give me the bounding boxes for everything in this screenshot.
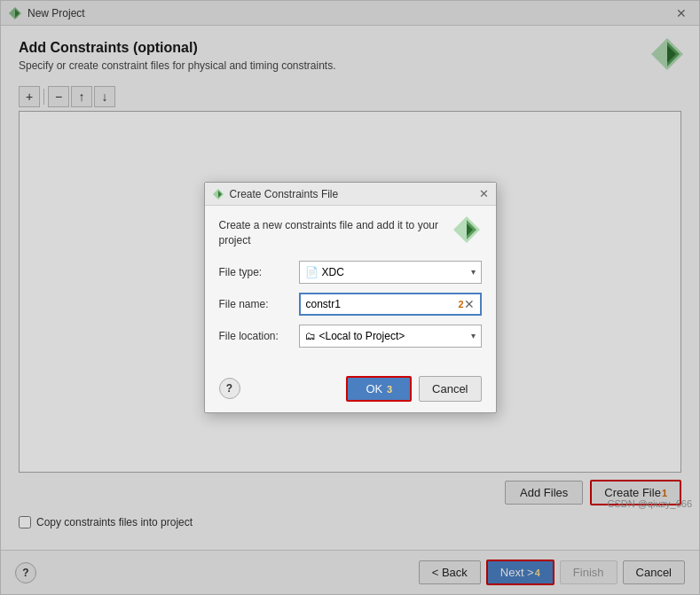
modal-close-button[interactable]: ✕	[479, 187, 489, 200]
modal-ok-badge: 3	[387, 384, 392, 395]
file-location-label: File location:	[219, 330, 299, 342]
modal-description: Create a new constraints file and add it…	[219, 218, 482, 248]
modal-cancel-button[interactable]: Cancel	[419, 376, 481, 402]
file-name-label: File name:	[219, 298, 299, 310]
modal-body: Create a new constraints file and add it…	[205, 206, 496, 369]
file-type-value: XDC	[322, 266, 344, 278]
file-type-row: File type: 📄 XDC ▾	[219, 261, 482, 284]
modal-title: Create Constraints File	[230, 188, 339, 200]
modal-overlay: Create Constraints File ✕ Create a new c…	[1, 1, 699, 594]
file-name-input[interactable]	[306, 298, 458, 310]
file-icon: 📄	[305, 266, 319, 278]
file-name-input-wrapper: 2 ✕	[299, 293, 482, 316]
main-window: New Project ✕ Add Constraints (optional)…	[0, 0, 700, 595]
file-location-value: <Local to Project>	[319, 330, 405, 342]
file-type-label: File type:	[219, 266, 299, 278]
create-constraints-dialog: Create Constraints File ✕ Create a new c…	[204, 182, 497, 413]
file-type-chevron: ▾	[471, 267, 476, 277]
file-location-select[interactable]: 🗂 <Local to Project> ▾	[299, 325, 482, 348]
modal-vivado-logo	[452, 215, 482, 247]
file-type-select[interactable]: 📄 XDC ▾	[299, 261, 482, 284]
modal-footer-right: OK 3 Cancel	[346, 376, 481, 402]
modal-title-left: Create Constraints File	[212, 188, 339, 200]
file-location-row: File location: 🗂 <Local to Project> ▾	[219, 325, 482, 348]
modal-footer: ? OK 3 Cancel	[205, 369, 496, 412]
modal-help-button[interactable]: ?	[219, 378, 240, 399]
file-name-clear-button[interactable]: ✕	[464, 297, 475, 311]
modal-title-bar: Create Constraints File ✕	[205, 183, 496, 206]
file-location-chevron: ▾	[471, 331, 476, 341]
folder-icon: 🗂	[305, 330, 316, 342]
modal-vivado-icon	[212, 188, 224, 200]
modal-ok-button[interactable]: OK 3	[346, 376, 412, 402]
file-name-row: File name: 2 ✕	[219, 293, 482, 316]
